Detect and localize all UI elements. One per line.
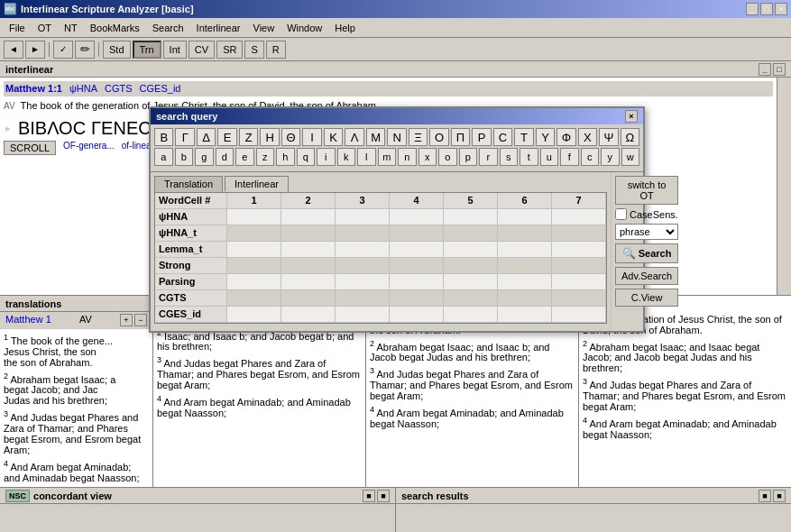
grid-cell-parsing-3[interactable]	[336, 274, 390, 290]
grid-cell-lemma-4[interactable]	[390, 242, 444, 258]
trn-btn[interactable]: Trn	[133, 41, 161, 59]
grid-cell-strong-3[interactable]	[336, 258, 390, 274]
greek-key-L[interactable]: Λ	[345, 128, 363, 146]
greek-key-B[interactable]: Β	[154, 128, 173, 146]
grid-cell-parsing-5[interactable]	[444, 274, 498, 290]
grid-cell-lemma-2[interactable]	[281, 242, 336, 258]
nav-forward-btn[interactable]: ►	[25, 41, 45, 59]
s-btn[interactable]: S	[244, 41, 263, 59]
greek-key-g[interactable]: g	[195, 148, 214, 166]
grid-cell-whna-4[interactable]	[390, 209, 444, 225]
dialog-close-btn[interactable]: ×	[625, 110, 638, 123]
greek-key-nl[interactable]: n	[398, 148, 417, 166]
grid-cell-cges-6[interactable]	[498, 307, 552, 323]
greek-key-D[interactable]: Δ	[197, 128, 216, 146]
greek-key-P[interactable]: Π	[451, 128, 470, 146]
greek-key-rl[interactable]: r	[479, 148, 498, 166]
greek-key-h[interactable]: h	[276, 148, 295, 166]
std-btn[interactable]: Std	[103, 41, 131, 59]
nav-back-btn[interactable]: ◄	[4, 41, 23, 59]
greek-key-ml[interactable]: m	[378, 148, 397, 166]
greek-key-xl[interactable]: x	[418, 148, 437, 166]
version-cgts[interactable]: CGTS	[105, 83, 133, 94]
grid-cell-cgts-1[interactable]	[227, 290, 281, 307]
grid-cell-whnat-1[interactable]	[227, 225, 281, 242]
greek-key-G[interactable]: Γ	[175, 128, 194, 146]
title-bar-controls[interactable]: _ □ ×	[746, 3, 787, 15]
grid-cell-strong-7[interactable]	[552, 258, 606, 274]
grid-cell-cgts-7[interactable]	[552, 290, 606, 307]
search-btn[interactable]: 🔍 Search	[615, 243, 678, 263]
trans-plus-btn[interactable]: +	[120, 314, 133, 326]
sr-btn-1[interactable]: ■	[759, 490, 771, 502]
greek-key-ul[interactable]: u	[540, 148, 559, 166]
grid-cell-whna-6[interactable]	[498, 209, 552, 225]
grid-cell-whnat-3[interactable]	[336, 225, 390, 242]
grid-cell-lemma-6[interactable]	[498, 242, 552, 258]
cv-btn[interactable]: CV	[189, 41, 215, 59]
grid-cell-whnat-5[interactable]	[444, 225, 498, 242]
greek-key-Z[interactable]: Ζ	[239, 128, 258, 146]
greek-key-k[interactable]: k	[337, 148, 356, 166]
greek-key-fl[interactable]: f	[560, 148, 579, 166]
greek-key-cl[interactable]: c	[581, 148, 600, 166]
menu-nt[interactable]: NT	[59, 21, 83, 35]
grid-cell-lemma-7[interactable]	[552, 242, 606, 258]
translations-version[interactable]: AV	[79, 314, 92, 326]
greek-key-KH[interactable]: Χ	[578, 128, 597, 146]
grid-cell-cges-4[interactable]	[390, 307, 444, 323]
grid-cell-strong-4[interactable]	[390, 258, 444, 274]
greek-key-b[interactable]: b	[175, 148, 194, 166]
grid-cell-cges-3[interactable]	[336, 307, 390, 323]
greek-key-OM[interactable]: Ω	[621, 128, 639, 146]
adv-search-btn[interactable]: Adv.Search	[615, 267, 678, 285]
grid-cell-parsing-6[interactable]	[498, 274, 552, 290]
menu-file[interactable]: File	[4, 21, 31, 35]
grid-cell-whna-2[interactable]	[281, 209, 336, 225]
grid-cell-cgts-2[interactable]	[281, 290, 336, 307]
greek-key-z[interactable]: z	[256, 148, 275, 166]
greek-key-e[interactable]: e	[235, 148, 254, 166]
int-btn[interactable]: Int	[163, 41, 187, 59]
grid-cell-lemma-1[interactable]	[227, 242, 281, 258]
grid-cell-cges-5[interactable]	[444, 307, 498, 323]
interlinear-scrollbar[interactable]	[777, 78, 791, 295]
grid-cell-lemma-3[interactable]	[336, 242, 390, 258]
greek-key-E[interactable]: Ε	[217, 128, 236, 146]
concordant-btn-2[interactable]: ■	[377, 490, 390, 502]
grid-cell-lemma-5[interactable]	[444, 242, 498, 258]
checkmark-btn[interactable]: ✓	[53, 41, 73, 59]
version-cges[interactable]: CGES_id	[140, 83, 181, 94]
grid-cell-cgts-5[interactable]	[444, 290, 498, 307]
grid-cell-whnat-2[interactable]	[281, 225, 336, 242]
interlinear-min-btn[interactable]: _	[759, 63, 771, 76]
grid-cell-whnat-6[interactable]	[498, 225, 552, 242]
greek-key-X[interactable]: Ξ	[409, 128, 428, 146]
greek-key-yl[interactable]: y	[601, 148, 620, 166]
grid-cell-parsing-4[interactable]	[390, 274, 444, 290]
grid-cell-cgts-3[interactable]	[336, 290, 390, 307]
grid-cell-whna-7[interactable]	[552, 209, 606, 225]
grid-cell-cges-1[interactable]	[227, 307, 281, 323]
tab-translation[interactable]: Translation	[154, 176, 223, 192]
menu-view[interactable]: View	[248, 21, 281, 35]
greek-key-Y[interactable]: Υ	[536, 128, 555, 146]
greek-key-sl[interactable]: s	[500, 148, 519, 166]
minimize-btn[interactable]: _	[746, 3, 759, 15]
greek-key-S[interactable]: С	[493, 128, 512, 146]
greek-key-l[interactable]: l	[357, 148, 376, 166]
scroll-button[interactable]: SCROLL	[4, 141, 56, 155]
interlinear-reference[interactable]: Matthew 1:1	[5, 83, 62, 94]
sr-btn-2[interactable]: ■	[773, 490, 786, 502]
greek-key-q[interactable]: q	[297, 148, 316, 166]
r-btn[interactable]: R	[266, 41, 286, 59]
grid-cell-cges-2[interactable]	[281, 307, 336, 323]
greek-key-a[interactable]: a	[154, 148, 173, 166]
greek-key-ol[interactable]: o	[438, 148, 457, 166]
greek-key-tl[interactable]: t	[520, 148, 538, 166]
greek-key-pl[interactable]: p	[459, 148, 478, 166]
grid-cell-strong-1[interactable]	[227, 258, 281, 274]
switch-to-ot-btn[interactable]: switch to OT	[615, 176, 678, 205]
menu-help[interactable]: Help	[329, 21, 361, 35]
menu-search[interactable]: Search	[147, 21, 189, 35]
